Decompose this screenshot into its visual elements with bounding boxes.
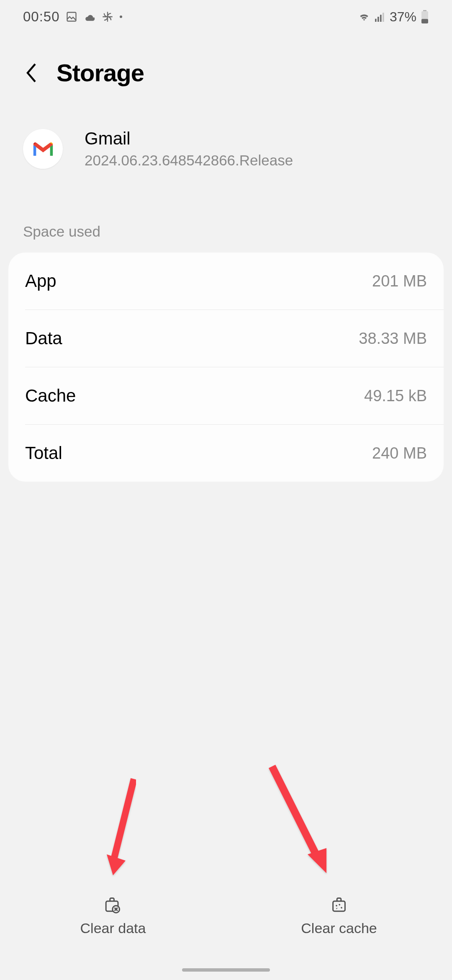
image-icon — [66, 11, 77, 23]
svg-rect-3 — [378, 17, 379, 22]
annotation-arrow — [259, 762, 335, 884]
app-version: 2024.06.23.648542866.Release — [85, 152, 293, 169]
row-data: Data 38.33 MB — [8, 310, 444, 367]
row-app-value: 201 MB — [372, 272, 427, 290]
clear-data-button[interactable]: Clear data — [0, 871, 226, 980]
status-time: 00:50 — [23, 9, 60, 25]
row-total-value: 240 MB — [372, 444, 427, 462]
svg-rect-4 — [380, 15, 382, 22]
pinwheel-icon — [102, 11, 113, 23]
row-app-label: App — [25, 271, 56, 291]
annotation-arrow — [105, 775, 146, 884]
back-button[interactable] — [23, 64, 40, 81]
clear-data-icon — [103, 894, 123, 914]
row-cache-label: Cache — [25, 386, 76, 406]
svg-rect-8 — [421, 19, 428, 23]
clear-cache-label: Clear cache — [301, 920, 377, 936]
svg-rect-0 — [67, 13, 76, 21]
cloud-icon — [83, 12, 96, 21]
bottom-bar: Clear data Clear cache — [0, 871, 452, 980]
svg-rect-2 — [375, 19, 377, 22]
wifi-icon — [358, 12, 370, 22]
svg-rect-5 — [383, 13, 384, 22]
row-data-value: 38.33 MB — [359, 330, 427, 348]
status-left: 00:50 — [23, 9, 123, 25]
app-name: Gmail — [85, 129, 293, 149]
clear-cache-button[interactable]: Clear cache — [226, 871, 452, 980]
space-used-card: App 201 MB Data 38.33 MB Cache 49.15 kB … — [8, 253, 444, 482]
row-app: App 201 MB — [8, 253, 444, 309]
app-icon — [23, 129, 63, 169]
clear-data-label: Clear data — [80, 920, 146, 936]
svg-rect-6 — [423, 10, 426, 11]
battery-icon — [421, 10, 429, 23]
clear-cache-icon — [329, 894, 349, 914]
status-bar: 00:50 37% — [0, 0, 452, 34]
app-info: Gmail 2024.06.23.648542866.Release — [0, 87, 452, 169]
section-space-used: Space used — [0, 169, 452, 253]
header: Storage — [0, 34, 452, 87]
chevron-left-icon — [25, 63, 38, 83]
gmail-icon — [31, 140, 55, 157]
page-title: Storage — [56, 59, 144, 87]
dot-icon — [119, 15, 123, 18]
row-data-label: Data — [25, 328, 62, 348]
svg-point-1 — [120, 15, 122, 18]
row-cache-value: 49.15 kB — [364, 387, 427, 405]
row-total-label: Total — [25, 443, 62, 463]
signal-icon — [375, 12, 385, 22]
row-cache: Cache 49.15 kB — [8, 367, 444, 424]
nav-indicator[interactable] — [182, 968, 270, 972]
battery-percent: 37% — [390, 9, 416, 25]
status-right: 37% — [358, 9, 429, 25]
app-details: Gmail 2024.06.23.648542866.Release — [85, 129, 293, 169]
svg-rect-11 — [333, 901, 345, 911]
row-total: Total 240 MB — [8, 425, 444, 482]
